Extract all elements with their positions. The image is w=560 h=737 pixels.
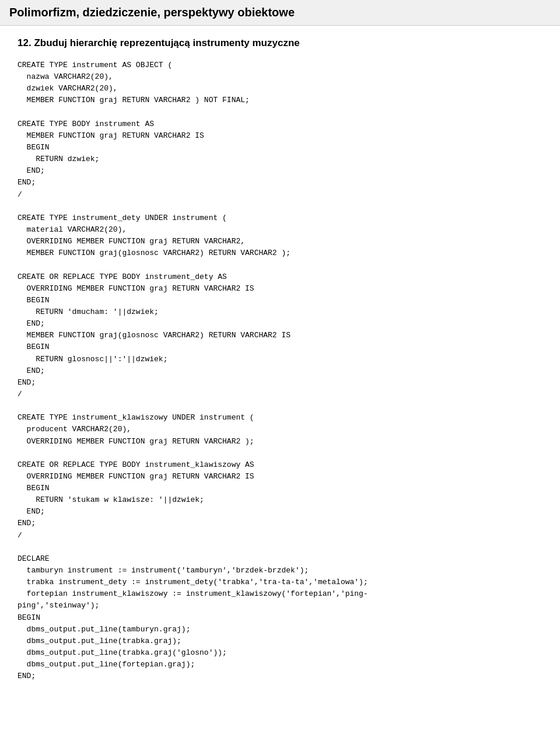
section-title: 12. Zbuduj hierarchię reprezentującą ins… [18,37,542,49]
page-title: Polimorfizm, dziedziczenie, perspektywy … [9,6,551,19]
section-title-text: Zbuduj hierarchię reprezentującą instrum… [34,37,299,48]
page-header: Polimorfizm, dziedziczenie, perspektywy … [0,0,560,26]
page-content: 12. Zbuduj hierarchię reprezentującą ins… [0,26,560,694]
code-block: CREATE TYPE instrument AS OBJECT ( nazwa… [18,60,542,682]
